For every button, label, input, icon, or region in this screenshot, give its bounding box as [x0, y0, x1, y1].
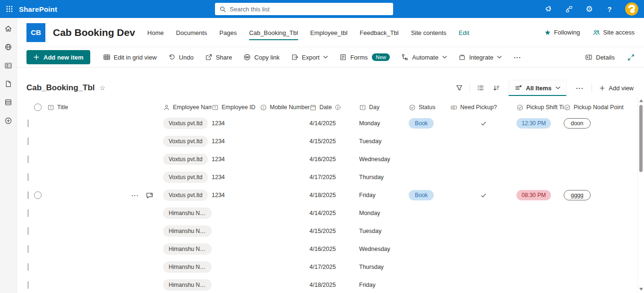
row-checkbox[interactable]	[34, 191, 42, 199]
edit-in-grid-view-button[interactable]: Edit in grid view	[99, 51, 161, 64]
search-input[interactable]	[230, 6, 389, 13]
nav-item-pages[interactable]: Pages	[219, 29, 237, 36]
site-title[interactable]: Cab Booking Dev	[53, 27, 135, 38]
nav-item-edit[interactable]: Edit	[459, 29, 469, 36]
row-drag-handle[interactable]	[27, 263, 29, 271]
table-row[interactable]: ···Voxtus pvt.ltd12344/18/2025FridayBook…	[26, 186, 637, 204]
filter-icon[interactable]	[452, 81, 466, 95]
view-selector[interactable]: All Items	[508, 80, 567, 96]
nav-item-site-contents[interactable]: Site contents	[411, 29, 447, 36]
expand-fullscreen-icon[interactable]	[627, 54, 635, 61]
employee-name-pill[interactable]: Himanshu Nautiyal	[163, 225, 212, 237]
row-drag-handle[interactable]	[27, 281, 29, 289]
pickup-nodal-pill[interactable]: gggg	[564, 190, 591, 200]
home-icon[interactable]	[4, 25, 12, 33]
site-access-button[interactable]: Site access	[592, 29, 635, 36]
column-header-need-pickup[interactable]: Need Pickup?	[450, 104, 516, 111]
row-drag-handle[interactable]	[27, 245, 29, 253]
employee-name-pill[interactable]: Voxtus pvt.ltd	[163, 154, 208, 165]
settings-icon[interactable]: ⚙	[584, 4, 594, 14]
nav-item-cab-booking-tbl[interactable]: Cab_Booking_Tbl	[249, 29, 298, 36]
create-icon[interactable]	[4, 117, 12, 125]
row-drag-handle[interactable]	[27, 209, 29, 217]
integrate-button[interactable]: Integrate	[454, 51, 506, 64]
employee-name-pill[interactable]: Voxtus pvt.ltd	[163, 118, 208, 129]
app-launcher-icon[interactable]	[0, 0, 19, 18]
table-row[interactable]: Himanshu Nautiyal4/16/2025Wednesday	[26, 240, 637, 258]
add-new-item-button[interactable]: Add new item	[26, 50, 90, 64]
table-row[interactable]: Voxtus pvt.ltd12344/14/2025MondayBook12:…	[26, 114, 637, 132]
employee-name-pill[interactable]: Voxtus pvt.ltd	[163, 172, 208, 183]
column-header-title[interactable]: TTitle	[47, 104, 163, 111]
column-header-pickup-shift-ti[interactable]: Pickup Shift Ti...	[516, 104, 564, 111]
select-all-checkbox[interactable]	[34, 103, 42, 111]
scrollbar-thumb[interactable]	[639, 105, 643, 172]
list-layout-icon[interactable]	[473, 81, 488, 95]
account-avatar[interactable]	[625, 2, 638, 16]
column-header-status[interactable]: Status	[409, 104, 450, 111]
status-pill[interactable]: Book	[409, 118, 434, 129]
employee-name-pill[interactable]: Himanshu Nautiyal	[163, 279, 212, 291]
globe-icon[interactable]	[4, 43, 12, 51]
share-button[interactable]: Share	[201, 51, 237, 64]
vertical-scrollbar[interactable]	[637, 97, 644, 293]
pickup-shift-pill[interactable]: 08:30 PM	[516, 190, 551, 200]
column-header-pickup-nodal-point[interactable]: Pickup Nodal Point	[564, 104, 637, 111]
nav-item-documents[interactable]: Documents	[176, 29, 207, 36]
command-overflow-button[interactable]: ···	[509, 51, 526, 64]
search-bar[interactable]	[215, 3, 393, 15]
view-overflow-button[interactable]: ···	[571, 82, 588, 95]
row-drag-handle[interactable]	[27, 227, 29, 235]
following-button[interactable]: ★ Following	[544, 29, 580, 36]
comment-icon[interactable]	[146, 191, 154, 199]
copy-link-button[interactable]: Copy link	[239, 51, 283, 64]
column-header-employee-name[interactable]: Employee Name	[163, 104, 212, 111]
table-row[interactable]: Voxtus pvt.ltd12344/15/2025Tuesday	[26, 132, 637, 150]
nav-item-feedback-tbl[interactable]: Feedback_Tbl	[360, 29, 398, 36]
table-row[interactable]: Himanshu Nautiyal4/14/2025Monday	[26, 204, 637, 222]
row-drag-handle[interactable]	[27, 173, 29, 181]
sort-icon[interactable]	[489, 81, 504, 95]
connected-apps-icon[interactable]	[564, 4, 574, 14]
details-button[interactable]: Details	[581, 51, 619, 64]
employee-name-pill[interactable]: Himanshu Nautiyal	[163, 261, 212, 273]
row-drag-handle[interactable]	[27, 138, 29, 145]
employee-name-pill[interactable]: Himanshu Nautiyal	[163, 243, 212, 255]
page-icon[interactable]	[4, 80, 12, 88]
add-view-button[interactable]: Add view	[595, 81, 637, 95]
scroll-down-arrow[interactable]	[639, 288, 643, 291]
row-more-button[interactable]: ···	[131, 192, 139, 199]
column-header-day[interactable]: TDay	[359, 104, 409, 111]
row-drag-handle[interactable]	[27, 155, 29, 163]
employee-name-pill[interactable]: Voxtus pvt.ltd	[163, 136, 208, 147]
table-row[interactable]: Voxtus pvt.ltd12344/17/2025Thursday	[26, 168, 637, 186]
status-pill[interactable]: Book	[409, 190, 434, 200]
export-button[interactable]: Export	[287, 51, 333, 64]
row-drag-handle[interactable]	[27, 120, 29, 127]
pickup-shift-pill[interactable]: 12:30 PM	[516, 118, 551, 129]
column-header-mobile-number[interactable]: 1Mobile Number	[260, 104, 309, 111]
scroll-up-arrow[interactable]	[639, 99, 643, 102]
table-row[interactable]: Himanshu Nautiyal4/18/2025Friday	[26, 276, 637, 293]
nav-item-home[interactable]: Home	[147, 29, 164, 36]
lists-icon[interactable]	[4, 98, 12, 106]
nav-item-employee-tbl[interactable]: Employee_tbl	[310, 29, 348, 36]
news-icon[interactable]	[4, 61, 12, 69]
column-header-date[interactable]: Date	[309, 104, 359, 111]
column-header-employee-id[interactable]: TEmployee ID	[212, 104, 260, 111]
site-logo[interactable]: CB	[26, 23, 45, 42]
employee-name-pill[interactable]: Himanshu Nautiyal	[163, 207, 212, 219]
table-row[interactable]: Himanshu Nautiyal4/15/2025Tuesday	[26, 222, 637, 240]
sharepoint-logo[interactable]: SharePoint	[19, 5, 57, 13]
pickup-nodal-pill[interactable]: doon	[564, 118, 591, 129]
announcements-icon[interactable]	[544, 4, 553, 14]
undo-button[interactable]: Undo	[164, 51, 198, 64]
forms-button[interactable]: FormsNew	[335, 51, 394, 64]
favorite-star-icon[interactable]: ☆	[100, 84, 106, 92]
employee-name-pill[interactable]: Voxtus pvt.ltd	[163, 190, 208, 201]
help-icon[interactable]: ?	[605, 4, 614, 14]
automate-button[interactable]: Automate	[397, 51, 451, 64]
table-row[interactable]: Himanshu Nautiyal4/17/2025Thursday	[26, 258, 637, 276]
row-drag-handle[interactable]	[27, 191, 29, 199]
table-row[interactable]: Voxtus pvt.ltd12344/16/2025Wednesday	[26, 150, 637, 168]
